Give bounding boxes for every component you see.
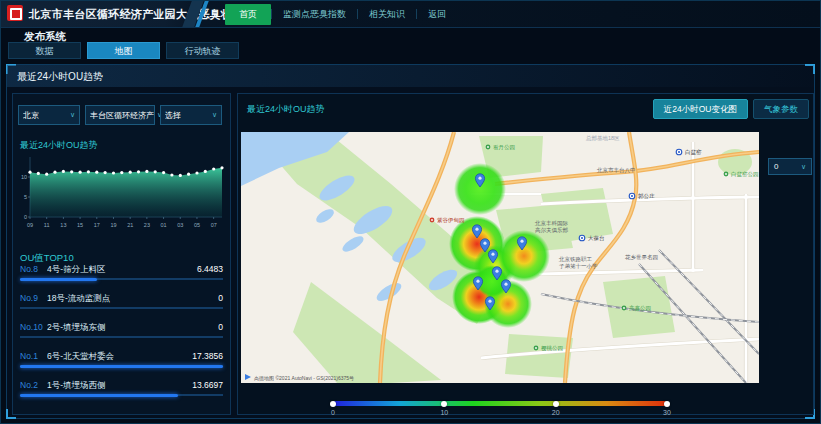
svg-text:11: 11 xyxy=(44,222,50,228)
ou-value: 17.3856 xyxy=(192,351,223,362)
ou-value: 6.4483 xyxy=(197,264,223,275)
ou-color-legend: 0 10 20 30 xyxy=(333,400,667,418)
chevron-down-icon: ∨ xyxy=(212,111,217,119)
rank-label: No.1 xyxy=(20,351,47,362)
svg-text:北京丰科国际: 北京丰科国际 xyxy=(534,220,569,227)
progress-track xyxy=(20,307,223,309)
ou-top-list: No.8 4号-筛分上料区 6.4483 No.9 18号-流动监测点 0 xyxy=(20,264,223,409)
svg-text:郭公庄: 郭公庄 xyxy=(638,193,655,200)
panel-title: 最近24小时OU趋势 xyxy=(17,70,103,84)
svg-text:21: 21 xyxy=(127,222,133,228)
map-layer-select[interactable]: 0 ∨ xyxy=(768,158,812,175)
nav-item-home[interactable]: 首页 xyxy=(225,4,271,25)
svg-text:03: 03 xyxy=(177,222,183,228)
legend-tick-label: 20 xyxy=(552,409,560,416)
svg-text:07: 07 xyxy=(211,222,217,228)
legend-tick-marker xyxy=(553,401,559,407)
park-select-value: 丰台区循环经济产 xyxy=(90,110,154,121)
rank-label: No.10 xyxy=(20,322,47,333)
site-select[interactable]: 选择 ∨ xyxy=(160,105,222,125)
svg-text:北京铁路职工: 北京铁路职工 xyxy=(558,256,593,263)
svg-text:白盆窑公园: 白盆窑公园 xyxy=(731,171,759,178)
ou-value: 13.6697 xyxy=(192,380,223,391)
svg-text:紫谷伊甸园: 紫谷伊甸园 xyxy=(437,217,465,224)
svg-text:高鑫公园: 高鑫公园 xyxy=(629,305,651,312)
legend-tick-label: 30 xyxy=(663,409,671,416)
top-list-row: No.2 1号-填埋场西侧 13.6697 xyxy=(20,380,223,409)
site-select-value: 选择 xyxy=(165,110,181,121)
svg-text:13: 13 xyxy=(60,222,66,228)
svg-text:05: 05 xyxy=(194,222,200,228)
dashboard-root: 北京市丰台区循环经济产业园大气恶臭状况实时 首页 监测点恶臭指数 相关知识 返回… xyxy=(0,0,821,424)
ou-trend-chart: 0510091113151719212301030507 xyxy=(16,151,228,229)
rank-label: No.8 xyxy=(20,264,47,275)
site-name: 2号-填埋场东侧 xyxy=(47,322,218,333)
svg-text:19: 19 xyxy=(110,222,116,228)
svg-text:樱桃公园: 樱桃公园 xyxy=(541,345,563,352)
svg-text:子弟第十一小学: 子弟第十一小学 xyxy=(559,263,598,269)
svg-text:5: 5 xyxy=(24,194,27,200)
svg-text:看丹公园: 看丹公园 xyxy=(493,144,515,151)
legend-gradient-bar xyxy=(333,401,667,406)
map-panel: 最近24小时OU趋势 近24小时OU变化图 气象参数 看丹公园总部基地18区白盆… xyxy=(237,93,814,415)
svg-text:总部基地18区: 总部基地18区 xyxy=(585,135,620,142)
site-name: 4号-筛分上料区 xyxy=(47,264,197,275)
svg-text:17: 17 xyxy=(94,222,100,228)
svg-text:北京市丰台八中: 北京市丰台八中 xyxy=(596,167,636,174)
map-panel-buttons: 近24小时OU变化图 气象参数 xyxy=(653,99,809,119)
svg-text:花乡世界名园: 花乡世界名园 xyxy=(625,254,658,261)
top-list-row: No.9 18号-流动监测点 0 xyxy=(20,293,223,322)
top-list-row: No.10 2号-填埋场东侧 0 xyxy=(20,322,223,351)
tab-data[interactable]: 数据 xyxy=(8,42,81,59)
rank-label: No.9 xyxy=(20,293,47,304)
tab-map[interactable]: 地图 xyxy=(87,42,160,59)
svg-text:01: 01 xyxy=(161,222,167,228)
ou-value: 0 xyxy=(218,322,223,333)
svg-text:23: 23 xyxy=(144,222,150,228)
legend-tick-marker xyxy=(441,401,447,407)
park-select[interactable]: 丰台区循环经济产 ∨ xyxy=(85,105,155,125)
ou-trend-panel: 最近24小时OU趋势 北京 ∨ 丰台区循环经济产 ∨ 选择 ∨ 最近24小时OU… xyxy=(6,64,815,419)
progress-fill xyxy=(20,394,178,397)
progress-track xyxy=(20,336,223,338)
nav-item-back[interactable]: 返回 xyxy=(417,4,457,25)
top-navbar: 北京市丰台区循环经济产业园大气恶臭状况实时 首页 监测点恶臭指数 相关知识 返回 xyxy=(1,1,820,28)
main-nav: 首页 监测点恶臭指数 相关知识 返回 xyxy=(225,1,457,27)
ou-change-map-button[interactable]: 近24小时OU变化图 xyxy=(653,99,748,119)
heatmap-map[interactable]: 看丹公园总部基地18区白盆窑白盆窑公园北京市丰台八中郭公庄紫谷伊甸园大葆台北京丰… xyxy=(241,132,759,383)
svg-text:大葆台: 大葆台 xyxy=(588,235,605,241)
chevron-down-icon: ∨ xyxy=(801,163,806,171)
legend-tick-marker xyxy=(664,401,670,407)
map-layer-select-value: 0 xyxy=(774,162,778,171)
ou-value: 0 xyxy=(218,293,223,304)
site-name: 1号-填埋场西侧 xyxy=(47,380,192,391)
view-tabs: 数据 地图 行动轨迹 xyxy=(8,42,239,59)
chevron-down-icon: ∨ xyxy=(70,111,75,119)
panel-header xyxy=(7,65,814,87)
svg-text:10: 10 xyxy=(21,174,27,180)
weather-params-button[interactable]: 气象参数 xyxy=(753,99,809,119)
filter-selects: 北京 ∨ 丰台区循环经济产 ∨ 选择 ∨ xyxy=(18,105,222,125)
site-name: 18号-流动监测点 xyxy=(47,293,218,304)
nav-item-odor-index[interactable]: 监测点恶臭指数 xyxy=(272,4,357,25)
site-name: 6号-北天堂村委会 xyxy=(47,351,192,362)
top-list-row: No.1 6号-北天堂村委会 17.3856 xyxy=(20,351,223,380)
app-logo-icon xyxy=(7,5,23,21)
tab-track[interactable]: 行动轨迹 xyxy=(166,42,239,59)
sidebar-panel: 北京 ∨ 丰台区循环经济产 ∨ 选择 ∨ 最近24小时OU趋势 05100911… xyxy=(12,93,231,415)
city-select[interactable]: 北京 ∨ xyxy=(18,105,80,125)
svg-text:白盆窑: 白盆窑 xyxy=(685,149,702,156)
svg-text:0: 0 xyxy=(24,214,27,220)
legend-tick-label: 10 xyxy=(440,409,448,416)
svg-text:15: 15 xyxy=(77,222,83,228)
top-list-row: No.8 4号-筛分上料区 6.4483 xyxy=(20,264,223,293)
nav-item-knowledge[interactable]: 相关知识 xyxy=(358,4,416,25)
legend-tick-label: 0 xyxy=(331,409,335,416)
rank-label: No.2 xyxy=(20,380,47,391)
svg-text:高德地图 ©2021 AutoNavi - GS(2021): 高德地图 ©2021 AutoNavi - GS(2021)6375号 xyxy=(254,375,354,382)
city-select-value: 北京 xyxy=(23,110,39,121)
svg-text:高尔夫俱乐部: 高尔夫俱乐部 xyxy=(535,227,569,234)
progress-fill xyxy=(20,278,97,281)
legend-tick-marker xyxy=(330,401,336,407)
svg-text:09: 09 xyxy=(27,222,33,228)
